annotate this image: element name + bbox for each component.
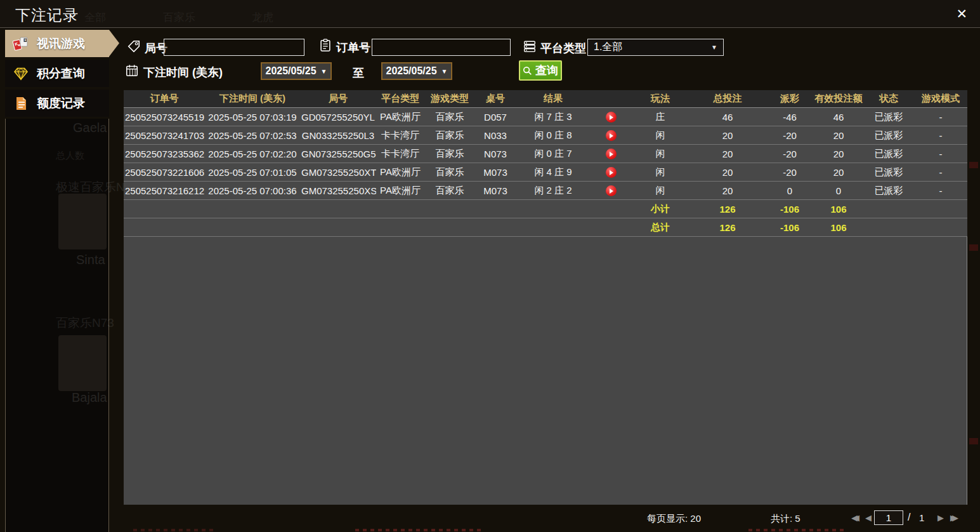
replay-icon[interactable] bbox=[606, 149, 617, 159]
cell-result: 闲 4 庄 9 bbox=[516, 163, 591, 182]
cell-replay bbox=[591, 163, 631, 182]
round-no-input[interactable] bbox=[164, 39, 304, 56]
cell-replay bbox=[591, 145, 631, 163]
cell-platform: 卡卡湾厅 bbox=[376, 145, 424, 163]
cell-empty bbox=[124, 200, 631, 218]
cell-result: 闲 0 庄 8 bbox=[516, 126, 591, 145]
cell-order-no: 250525073221606 bbox=[124, 163, 205, 182]
date-to-picker[interactable]: 2025/05/25 ▼ bbox=[381, 62, 452, 80]
cell-round-no: GM073255250XS bbox=[300, 182, 376, 200]
cell-status: 已派彩 bbox=[863, 163, 914, 182]
page-number-input[interactable] bbox=[874, 510, 903, 525]
replay-icon[interactable] bbox=[606, 112, 617, 123]
col-bet-time: 下注时间 (美东) bbox=[205, 90, 300, 108]
replay-icon[interactable] bbox=[606, 167, 617, 178]
cell-valid-bet: 0 bbox=[814, 182, 863, 200]
close-icon[interactable]: ✕ bbox=[956, 7, 967, 21]
bet-time-label: 下注时间 (美东) bbox=[143, 65, 223, 80]
col-replay bbox=[591, 90, 631, 108]
chevron-down-icon: ▼ bbox=[441, 68, 448, 75]
background-artifact bbox=[969, 438, 978, 444]
cell-table-no: D057 bbox=[475, 108, 516, 126]
cell-total-bet: 20 bbox=[689, 182, 766, 200]
background-label: 总人数 bbox=[56, 150, 84, 162]
col-status: 状态 bbox=[863, 90, 914, 108]
cell-round-no: GN033255250L3 bbox=[300, 126, 376, 145]
document-icon bbox=[13, 95, 29, 112]
background-artifact bbox=[969, 162, 978, 168]
cell-result: 闲 7 庄 3 bbox=[516, 108, 591, 126]
background-avatar bbox=[58, 194, 107, 249]
cell-mode: - bbox=[914, 108, 967, 126]
sidebar-item-quota-records[interactable]: 额度记录 bbox=[5, 90, 109, 117]
cell-mode: - bbox=[914, 126, 967, 145]
cell-play-type: 闲 bbox=[631, 182, 689, 200]
cell-platform: PA欧洲厅 bbox=[376, 182, 424, 200]
search-button[interactable]: 查询 bbox=[519, 60, 562, 81]
cell-valid-bet: 46 bbox=[814, 108, 863, 126]
cell-status: 已派彩 bbox=[863, 108, 914, 126]
cell-table-no: M073 bbox=[475, 182, 516, 200]
sidebar-item-label: 视讯游戏 bbox=[37, 36, 85, 52]
cell-valid-bet: 20 bbox=[814, 163, 863, 182]
replay-icon[interactable] bbox=[606, 185, 617, 196]
cell-mode: - bbox=[914, 182, 967, 200]
replay-icon[interactable] bbox=[606, 130, 617, 141]
cell-bet-time: 2025-05-25 07:02:53 bbox=[205, 126, 300, 145]
col-game-type: 游戏类型 bbox=[424, 90, 475, 108]
total-count-label: 共计: 5 bbox=[771, 513, 800, 525]
background-dealer-name: Sinta bbox=[76, 253, 105, 267]
cell-empty bbox=[863, 200, 967, 218]
cell-mode: - bbox=[914, 163, 967, 182]
cell-table-no: M073 bbox=[475, 163, 516, 182]
cell-total-bet: 20 bbox=[689, 145, 766, 163]
table-row: 250525073221606 2025-05-25 07:01:05 GM07… bbox=[124, 163, 967, 182]
cell-empty bbox=[124, 218, 631, 237]
first-page-icon[interactable]: ◀◀ bbox=[851, 514, 859, 522]
subtotal-valid-bet: 106 bbox=[814, 200, 863, 218]
clipboard-icon bbox=[318, 38, 332, 52]
platform-type-label: 平台类型 bbox=[540, 41, 586, 56]
cell-play-type: 闲 bbox=[631, 126, 689, 145]
total-row: 总计 126 -106 106 bbox=[124, 218, 967, 237]
cell-game-type: 百家乐 bbox=[424, 182, 475, 200]
cell-table-no: N033 bbox=[475, 126, 516, 145]
background-nav-hint: 龙虎 bbox=[252, 10, 273, 25]
col-payout: 派彩 bbox=[766, 90, 814, 108]
total-valid-bet: 106 bbox=[814, 218, 863, 237]
cell-valid-bet: 20 bbox=[814, 145, 863, 163]
col-mode: 游戏模式 bbox=[914, 90, 967, 108]
cell-empty bbox=[863, 218, 967, 237]
total-payout: -106 bbox=[766, 218, 814, 237]
cell-payout: 0 bbox=[766, 182, 814, 200]
cell-order-no: 250525073241703 bbox=[124, 126, 205, 145]
background-dealer-name: Bajala bbox=[72, 390, 107, 405]
next-page-icon[interactable]: ▶ bbox=[938, 514, 944, 522]
col-round-no: 局号 bbox=[300, 90, 376, 108]
cell-status: 已派彩 bbox=[863, 126, 914, 145]
cell-order-no: 250525073245519 bbox=[124, 108, 205, 126]
cell-status: 已派彩 bbox=[863, 145, 914, 163]
sidebar-item-video-games[interactable]: K 9 视讯游戏 bbox=[5, 30, 109, 57]
dialog-titlebar: 全部 百家乐 龙虎 bbox=[0, 0, 980, 28]
search-icon bbox=[523, 66, 532, 76]
cell-game-type: 百家乐 bbox=[424, 163, 475, 182]
col-platform: 平台类型 bbox=[376, 90, 424, 108]
cell-game-type: 百家乐 bbox=[424, 145, 475, 163]
cell-platform: 卡卡湾厅 bbox=[376, 126, 424, 145]
sidebar-item-points-query[interactable]: 积分查询 bbox=[5, 60, 109, 87]
prev-page-icon[interactable]: ◀ bbox=[865, 514, 872, 522]
platform-type-icon bbox=[523, 39, 537, 53]
cell-total-bet: 20 bbox=[689, 163, 766, 182]
platform-type-select[interactable]: 1.全部 ▼ bbox=[587, 39, 724, 56]
cell-replay bbox=[591, 182, 631, 200]
background-nav-hint: 全部 bbox=[84, 10, 106, 25]
cell-bet-time: 2025-05-25 07:02:20 bbox=[205, 145, 300, 163]
date-from-picker[interactable]: 2025/05/25 ▼ bbox=[261, 62, 332, 80]
order-no-input[interactable] bbox=[372, 39, 511, 56]
last-page-icon[interactable]: ▶▶ bbox=[950, 514, 958, 522]
cell-payout: -20 bbox=[766, 163, 814, 182]
total-total-bet: 126 bbox=[689, 218, 766, 237]
subtotal-payout: -106 bbox=[766, 200, 814, 218]
subtotal-total-bet: 126 bbox=[689, 200, 766, 218]
